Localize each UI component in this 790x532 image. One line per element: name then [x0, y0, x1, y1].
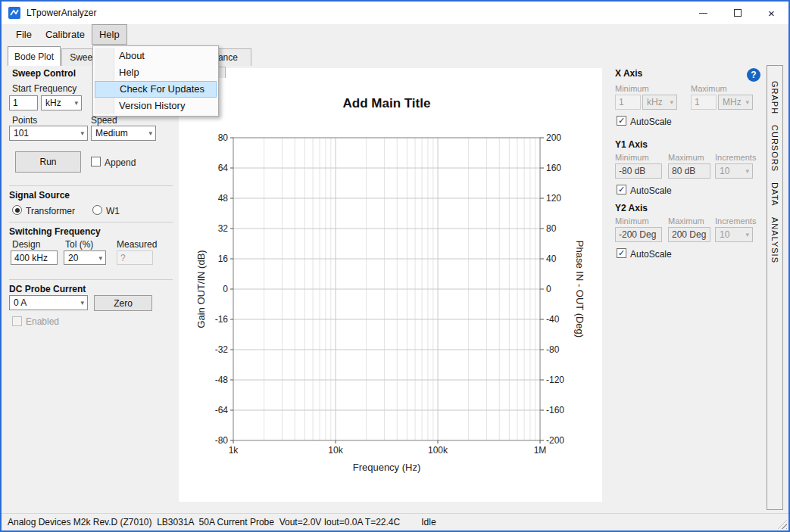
svg-text:-48: -48 [215, 375, 229, 385]
svg-text:-200: -200 [546, 435, 564, 446]
y1-axis-title: Y1 Axis [615, 139, 648, 150]
dc-probe-current-value: 0 A [14, 297, 27, 308]
svg-text:48: 48 [218, 193, 229, 204]
divider [9, 185, 173, 186]
append-checkbox[interactable] [91, 157, 101, 166]
points-value: 101 [14, 128, 29, 138]
svg-text:-120: -120 [546, 375, 564, 385]
dc-probe-current-combo[interactable]: 0 A ▾ [9, 295, 88, 310]
maximize-button[interactable] [720, 2, 754, 24]
w1-radio[interactable] [92, 205, 102, 215]
start-frequency-unit-value: kHz [45, 98, 61, 108]
divider [9, 222, 173, 222]
menu-item-version-history[interactable]: Version History [95, 98, 217, 114]
start-frequency-input[interactable] [9, 95, 38, 110]
signal-source-title: Signal Source [9, 190, 70, 201]
svg-text:-40: -40 [546, 314, 560, 325]
append-label: Append [105, 157, 136, 168]
device-status-text: Analog Devices M2k Rev.D (Z7010) LB3031A… [8, 517, 400, 527]
tol-value: 20 [68, 253, 78, 263]
side-tab-analysis[interactable]: ANALYSIS [770, 217, 779, 263]
enabled-checkbox [12, 316, 22, 326]
side-tab-graph[interactable]: GRAPH [770, 81, 779, 114]
status-state: Idle [421, 517, 436, 527]
check-icon: ✓ [618, 117, 625, 125]
axis-settings-panel: X Axis ? Minimum Maximum kHz ▾ MHz ▾ ✓ A… [612, 67, 763, 495]
points-combo[interactable]: 101 ▾ [9, 126, 88, 141]
tab-bode-plot[interactable]: Bode Plot [8, 46, 61, 66]
app-window: LTpowerAnalyzer × File Calibrate Help Bo… [0, 0, 790, 532]
svg-text:-80: -80 [215, 435, 229, 446]
svg-text:0: 0 [546, 284, 551, 294]
svg-text:160: 160 [546, 163, 561, 173]
speed-value: Medium [95, 128, 128, 138]
help-icon[interactable]: ? [747, 68, 760, 82]
dc-probe-current-title: DC Probe Current [9, 284, 86, 294]
y2-increments-combo: 10 ▾ [715, 227, 753, 242]
menu-item-check-for-updates[interactable]: Check For Updates [95, 81, 217, 98]
menu-file[interactable]: File [9, 24, 39, 45]
menu-item-about[interactable]: About [95, 48, 217, 64]
zero-button[interactable]: Zero [94, 295, 152, 311]
design-input[interactable] [11, 250, 58, 265]
divider [9, 279, 173, 280]
x-max-unit-combo: MHz ▾ [718, 95, 753, 110]
window-title: LTpowerAnalyzer [27, 8, 96, 18]
svg-text:Add Main Title: Add Main Title [343, 96, 431, 110]
chevron-down-icon: ▾ [148, 129, 152, 137]
y2-max-input [668, 227, 710, 242]
chevron-down-icon: ▾ [74, 99, 78, 107]
maximize-icon [734, 9, 742, 17]
svg-text:40: 40 [546, 254, 557, 264]
close-button[interactable]: × [754, 2, 788, 24]
start-frequency-unit-combo[interactable]: kHz ▾ [41, 95, 82, 110]
y1-min-input [615, 163, 662, 179]
menu-help[interactable]: Help [92, 24, 127, 45]
y2-autoscale-label: AutoScale [630, 249, 672, 260]
y1-min-label: Minimum [615, 153, 649, 162]
switching-frequency-title: Switching Frequency [9, 226, 101, 237]
chevron-down-icon: ▾ [80, 129, 84, 137]
chevron-down-icon: ▾ [80, 299, 84, 306]
measured-value-box: ? [117, 250, 153, 265]
y1-increments-combo: 10 ▾ [715, 163, 753, 179]
svg-text:100k: 100k [428, 445, 448, 456]
measured-label: Measured [117, 239, 157, 250]
side-tab-cursors[interactable]: CURSORS [770, 125, 779, 172]
svg-text:0: 0 [223, 284, 228, 294]
design-label: Design [12, 239, 40, 250]
w1-radio-label: W1 [106, 206, 120, 216]
graph-panel: 8020064160481203280164000-16-40-32-80-48… [179, 68, 602, 502]
speed-combo[interactable]: Medium ▾ [91, 126, 156, 141]
y1-autoscale-checkbox[interactable]: ✓ [617, 185, 626, 194]
y2-autoscale-checkbox[interactable]: ✓ [617, 248, 626, 258]
menu-bar: File Calibrate Help [2, 24, 788, 45]
resize-grip[interactable] [778, 520, 787, 529]
y2-max-label: Maximum [668, 216, 704, 226]
menu-calibrate[interactable]: Calibrate [39, 24, 92, 45]
svg-text:80: 80 [218, 132, 229, 143]
y2-increments-label: Increments [715, 216, 756, 226]
x-max-label: Maximum [691, 84, 727, 93]
chevron-down-icon: ▾ [98, 254, 102, 262]
app-icon [8, 7, 20, 19]
menu-item-help[interactable]: Help [95, 64, 217, 81]
run-button[interactable]: Run [15, 151, 81, 173]
x-autoscale-label: AutoScale [630, 117, 672, 127]
radio-dot [15, 208, 20, 213]
svg-text:16: 16 [218, 254, 229, 264]
start-frequency-label: Start Frequency [12, 83, 77, 94]
enabled-label: Enabled [26, 316, 59, 327]
chevron-down-icon: ▾ [745, 167, 749, 175]
tol-label: Tol (%) [65, 239, 93, 250]
x-min-unit-value: kHz [647, 97, 663, 107]
transformer-radio[interactable] [12, 205, 22, 215]
minimize-button[interactable] [686, 2, 720, 24]
x-max-unit-value: MHz [723, 97, 742, 107]
x-min-input [615, 95, 641, 110]
svg-text:Phase IN - OUT (Deg): Phase IN - OUT (Deg) [574, 241, 585, 338]
tol-combo[interactable]: 20 ▾ [64, 250, 106, 265]
side-tab-data[interactable]: DATA [770, 182, 779, 207]
title-bar: LTpowerAnalyzer × [2, 2, 788, 24]
x-autoscale-checkbox[interactable]: ✓ [617, 116, 626, 126]
